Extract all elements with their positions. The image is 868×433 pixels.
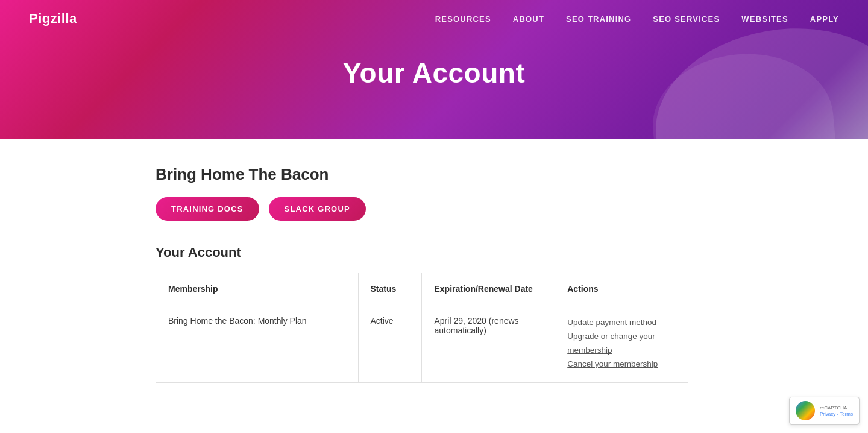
col-header-membership: Membership xyxy=(156,273,359,305)
recaptcha-badge: reCAPTCHA Privacy - Terms xyxy=(789,397,860,425)
page-wrapper: Bring Home The Bacon TRAINING DOCS SLACK… xyxy=(0,139,868,433)
nav-links: RESOURCES ABOUT SEO TRAINING SEO SERVICE… xyxy=(435,13,839,24)
account-section-title: Your Account xyxy=(156,245,688,261)
cell-expiry: April 29, 2020 (renews automatically) xyxy=(422,305,555,383)
recaptcha-logo xyxy=(796,401,815,420)
account-table: Membership Status Expiration/Renewal Dat… xyxy=(156,273,688,383)
nav-about[interactable]: ABOUT xyxy=(513,14,544,24)
update-payment-link[interactable]: Update payment method xyxy=(567,316,676,330)
col-header-status: Status xyxy=(358,273,422,305)
site-header: Pigzilla RESOURCES ABOUT SEO TRAINING SE… xyxy=(0,0,868,139)
recaptcha-links[interactable]: Privacy - Terms xyxy=(820,411,853,417)
slack-group-button[interactable]: SLACK GROUP xyxy=(269,197,366,221)
cell-status: Active xyxy=(358,305,422,383)
cell-membership: Bring Home the Bacon: Monthly Plan xyxy=(156,305,359,383)
training-docs-button[interactable]: TRAINING DOCS xyxy=(156,197,259,221)
recaptcha-label: reCAPTCHA xyxy=(820,405,853,411)
membership-title: Bring Home The Bacon xyxy=(156,165,688,184)
table-row: Bring Home the Bacon: Monthly Plan Activ… xyxy=(156,305,688,383)
main-content: Bring Home The Bacon TRAINING DOCS SLACK… xyxy=(127,139,717,433)
main-nav: Pigzilla RESOURCES ABOUT SEO TRAINING SE… xyxy=(0,0,868,37)
nav-seo-services[interactable]: SEO SERVICES xyxy=(653,14,720,24)
recaptcha-info: reCAPTCHA Privacy - Terms xyxy=(820,405,853,417)
cell-actions: Update payment method Upgrade or change … xyxy=(555,305,688,383)
page-title: Your Account xyxy=(0,57,868,89)
col-header-actions: Actions xyxy=(555,273,688,305)
nav-seo-training[interactable]: SEO TRAINING xyxy=(566,14,631,24)
upgrade-membership-link[interactable]: Upgrade or change your membership xyxy=(567,330,676,358)
action-buttons: TRAINING DOCS SLACK GROUP xyxy=(156,197,688,221)
cancel-membership-link[interactable]: Cancel your membership xyxy=(567,358,676,371)
nav-apply[interactable]: APPLY xyxy=(810,14,839,24)
col-header-expiry: Expiration/Renewal Date xyxy=(422,273,555,305)
header-title-area: Your Account xyxy=(0,37,868,113)
nav-websites[interactable]: WEBSITES xyxy=(741,14,788,24)
site-logo[interactable]: Pigzilla xyxy=(29,11,77,27)
nav-resources[interactable]: RESOURCES xyxy=(435,14,491,24)
